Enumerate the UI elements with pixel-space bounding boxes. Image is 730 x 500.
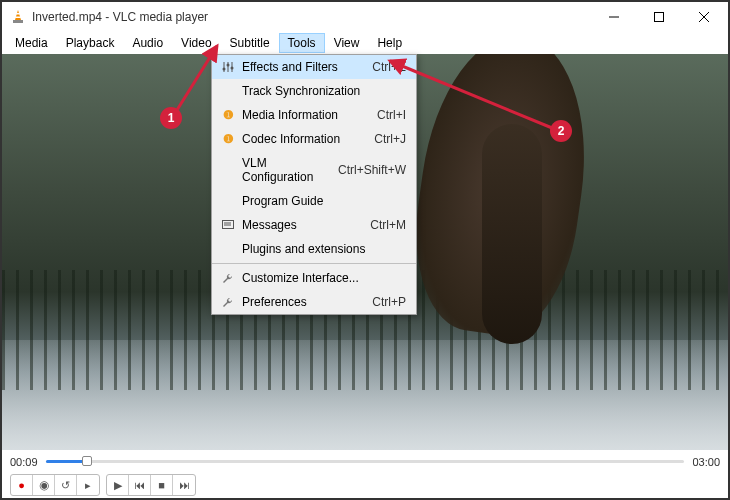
svg-rect-3 xyxy=(13,20,23,23)
minimize-button[interactable] xyxy=(591,3,636,31)
menu-media[interactable]: Media xyxy=(6,33,57,53)
title-bar: Inverted.mp4 - VLC media player xyxy=(2,2,728,32)
playback-bar: 00:09 03:00 ● ◉ ↺ ▸ ▶ ⏮ ■ ⏭ xyxy=(2,450,728,500)
menu-video[interactable]: Video xyxy=(172,33,220,53)
prev-button[interactable]: ⏮ xyxy=(129,475,151,495)
snapshot-button[interactable]: ◉ xyxy=(33,475,55,495)
menu-audio[interactable]: Audio xyxy=(123,33,172,53)
menu-item-preferences[interactable]: Preferences Ctrl+P xyxy=(212,290,416,314)
menu-item-media-info[interactable]: ❶ Media Information Ctrl+I xyxy=(212,103,416,127)
svg-point-12 xyxy=(227,64,230,67)
menu-item-customize[interactable]: Customize Interface... xyxy=(212,266,416,290)
stop-button[interactable]: ■ xyxy=(151,475,173,495)
menu-playback[interactable]: Playback xyxy=(57,33,124,53)
menu-subtitle[interactable]: Subtitle xyxy=(221,33,279,53)
svg-rect-5 xyxy=(654,13,663,22)
menu-item-effects-filters[interactable]: Effects and Filters Ctrl+E xyxy=(212,55,416,79)
window-controls xyxy=(591,3,726,31)
menu-item-vlm-config[interactable]: VLM Configuration Ctrl+Shift+W xyxy=(212,151,416,189)
frame-step-button[interactable]: ▸ xyxy=(77,475,99,495)
messages-icon xyxy=(218,220,238,230)
maximize-button[interactable] xyxy=(636,3,681,31)
record-button[interactable]: ● xyxy=(11,475,33,495)
menu-bar: Media Playback Audio Video Subtitle Tool… xyxy=(2,32,728,54)
tools-menu-dropdown: Effects and Filters Ctrl+E Track Synchro… xyxy=(211,54,417,315)
menu-item-track-sync[interactable]: Track Synchronization xyxy=(212,79,416,103)
next-button[interactable]: ⏭ xyxy=(173,475,195,495)
info-icon: ❶ xyxy=(218,108,238,122)
svg-rect-1 xyxy=(16,13,20,15)
play-button[interactable]: ▶ xyxy=(107,475,129,495)
wrench-icon xyxy=(218,296,238,308)
menu-help[interactable]: Help xyxy=(368,33,411,53)
menu-item-messages[interactable]: Messages Ctrl+M xyxy=(212,213,416,237)
svg-point-11 xyxy=(223,68,226,71)
menu-separator xyxy=(212,263,416,264)
control-toolbar: ● ◉ ↺ ▸ ▶ ⏮ ■ ⏭ xyxy=(10,474,720,496)
seek-slider[interactable] xyxy=(46,458,685,466)
menu-item-codec-info[interactable]: ❶ Codec Information Ctrl+J xyxy=(212,127,416,151)
camera-icon: ◉ xyxy=(39,478,49,492)
svg-point-13 xyxy=(231,67,234,70)
close-button[interactable] xyxy=(681,3,726,31)
menu-item-program-guide[interactable]: Program Guide xyxy=(212,189,416,213)
menu-view[interactable]: View xyxy=(325,33,369,53)
sliders-icon xyxy=(218,61,238,73)
info-icon: ❶ xyxy=(218,132,238,146)
window-title: Inverted.mp4 - VLC media player xyxy=(32,10,591,24)
time-elapsed: 00:09 xyxy=(10,456,38,468)
svg-marker-0 xyxy=(15,10,21,20)
wrench-icon xyxy=(218,272,238,284)
menu-tools[interactable]: Tools xyxy=(279,33,325,53)
time-total: 03:00 xyxy=(692,456,720,468)
vlc-logo-icon xyxy=(10,9,26,25)
svg-rect-2 xyxy=(15,17,21,19)
loop-a-button[interactable]: ↺ xyxy=(55,475,77,495)
menu-item-plugins[interactable]: Plugins and extensions xyxy=(212,237,416,261)
